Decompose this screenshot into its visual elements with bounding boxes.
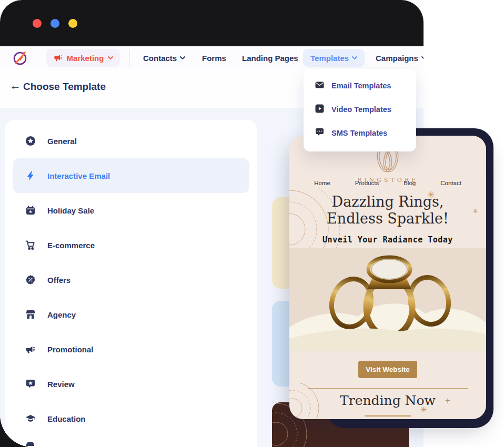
rings-photo — [289, 248, 486, 351]
sidebar-item-interactive-email[interactable]: Interactive Email — [13, 158, 249, 193]
preview-headline: Dazzling Rings, Endless Sparkle! — [289, 194, 486, 227]
chevron-down-icon — [108, 56, 113, 60]
cart-icon — [25, 240, 36, 250]
category-sidebar: General Interactive Email Holiday — [5, 120, 257, 447]
nav-item-landing-pages[interactable]: Landing Pages — [242, 46, 298, 69]
top-navbar: Marketing Contacts Forms Landing Pages T… — [0, 46, 424, 70]
sidebar-item-label: Offers — [47, 276, 70, 285]
next-item-icon — [26, 442, 34, 446]
preview-nav-blog: Blog — [404, 180, 416, 186]
visit-website-button: Visit Website — [358, 361, 417, 378]
menu-item-label: Email Templates — [331, 82, 391, 90]
templates-dropdown-menu: Email Templates Video Templates SMS Temp… — [304, 69, 416, 151]
megaphone-icon — [25, 344, 36, 354]
preview-nav-home: Home — [314, 180, 330, 186]
sidebar-item-promotional[interactable]: Promotional — [5, 332, 257, 367]
lightning-icon — [25, 170, 36, 181]
sidebar-item-label: Holiday Sale — [47, 206, 94, 215]
nav-item-label: Contacts — [143, 54, 177, 63]
nav-item-forms[interactable]: Forms — [202, 46, 226, 69]
chevron-down-icon — [421, 56, 424, 60]
navbar-divider — [129, 49, 130, 66]
menu-item-sms-templates[interactable]: SMS Templates — [304, 121, 416, 145]
sidebar-item-label: General — [47, 137, 77, 146]
nav-item-label: Templates — [310, 54, 349, 63]
sidebar-item-label: Agency — [47, 310, 76, 319]
storefront-icon — [25, 309, 36, 320]
megaphone-icon — [53, 53, 63, 64]
menu-item-email-templates[interactable]: Email Templates — [304, 74, 416, 97]
email-icon — [315, 80, 324, 91]
minimize-window-button[interactable] — [51, 19, 59, 28]
sidebar-item-offers[interactable]: Offers — [5, 262, 257, 297]
nav-item-label: Forms — [202, 54, 226, 63]
chevron-down-icon — [352, 56, 357, 60]
nav-item-templates[interactable]: Templates — [303, 49, 365, 67]
sidebar-item-agency[interactable]: Agency — [5, 297, 257, 332]
section-underline — [365, 415, 411, 416]
sidebar-item-label: Interactive Email — [47, 171, 110, 180]
back-arrow-icon[interactable]: ← — [9, 80, 21, 92]
template-preview-card[interactable]: RINGSTORE Home Products Blog Contact ✳ ✳… — [289, 136, 486, 419]
menu-item-label: SMS Templates — [331, 129, 387, 137]
graduation-cap-icon — [25, 413, 36, 424]
page-title: Choose Template — [23, 81, 106, 93]
nav-item-contacts[interactable]: Contacts — [143, 46, 185, 69]
sidebar-item-ecommerce[interactable]: E-commerce — [5, 228, 257, 262]
window-titlebar — [0, 0, 424, 46]
sms-icon — [315, 128, 324, 138]
app-switcher-label: Marketing — [67, 54, 104, 63]
zoom-window-button[interactable] — [68, 19, 77, 28]
sidebar-item-label: Education — [47, 414, 86, 423]
preview-subheadline: Unveil Your Radiance Today — [289, 235, 486, 245]
video-icon — [315, 104, 324, 115]
menu-item-label: Video Templates — [331, 105, 391, 114]
preview-nav: Home Products Blog Contact — [289, 180, 486, 186]
sidebar-item-review[interactable]: Review — [5, 367, 257, 401]
calendar-star-icon — [25, 205, 36, 216]
nav-item-label: Landing Pages — [242, 54, 298, 63]
divider — [308, 388, 468, 389]
brand-logo-icon[interactable] — [13, 50, 28, 68]
nav-item-label: Campaigns — [376, 54, 418, 63]
nav-item-campaigns[interactable]: Campaigns — [376, 46, 424, 69]
star-badge-icon — [25, 136, 36, 146]
preview-nav-contact: Contact — [440, 180, 461, 186]
plus-decoration-icon: + — [445, 395, 450, 406]
sidebar-item-holiday-sale[interactable]: Holiday Sale — [5, 193, 257, 228]
menu-item-video-templates[interactable]: Video Templates — [304, 97, 416, 121]
sidebar-item-label: E-commerce — [47, 241, 95, 250]
sidebar-item-label: Review — [47, 380, 75, 389]
app-switcher-marketing[interactable]: Marketing — [46, 49, 120, 67]
chevron-down-icon — [180, 56, 185, 60]
sidebar-item-education[interactable]: Education — [5, 401, 257, 436]
review-bubble-icon — [25, 379, 36, 389]
close-window-button[interactable] — [33, 19, 42, 28]
sidebar-item-general[interactable]: General — [5, 124, 257, 158]
sparkle-icon: ✳ — [420, 405, 427, 414]
preview-section-title: Trending Now — [289, 393, 486, 408]
discount-badge-icon — [25, 275, 36, 285]
preview-nav-products: Products — [355, 180, 379, 186]
sidebar-item-label: Promotional — [47, 345, 94, 354]
